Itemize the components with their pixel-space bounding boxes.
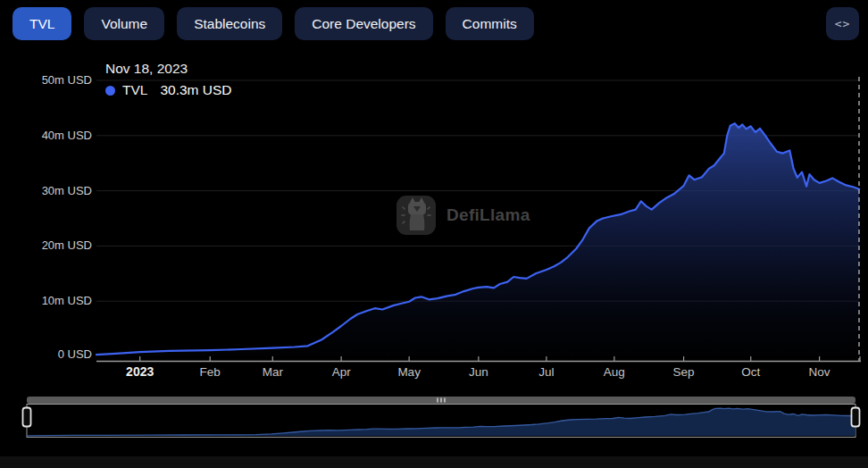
navigator-right-handle[interactable]	[852, 408, 860, 427]
x-tick-label: Apr	[332, 365, 352, 379]
tvl-area-fill	[96, 123, 859, 356]
series-value: 30.3m USD	[160, 82, 231, 98]
tooltip-date: Nov 18, 2023	[105, 61, 232, 77]
x-tick-label: Mar	[263, 365, 284, 379]
defillama-chart-panel: TVLVolumeStablecoinsCore DevelopersCommi…	[0, 0, 868, 468]
series-name: TVL	[122, 82, 147, 98]
chart-tooltip: Nov 18, 2023 TVL 30.3m USD	[105, 61, 232, 98]
navigator-left-handle[interactable]	[23, 408, 31, 427]
y-tick-label: 30m USD	[42, 184, 92, 197]
x-tick-label: Aug	[604, 365, 625, 379]
x-tick-label: Feb	[200, 365, 221, 379]
y-tick-label: 20m USD	[42, 238, 92, 252]
y-tick-label: 40m USD	[42, 129, 92, 142]
x-tick-label: 2023	[126, 364, 154, 379]
y-tick-label: 0 USD	[58, 347, 92, 361]
x-tick-label: Sep	[673, 365, 695, 379]
x-tick-label: Nov	[809, 365, 830, 379]
x-tick-label: May	[397, 365, 421, 379]
x-tick-label: Oct	[741, 365, 760, 379]
y-tick-label: 50m USD	[42, 73, 92, 87]
y-tick-label: 10m USD	[42, 294, 92, 307]
navigator-area-fill	[27, 408, 855, 436]
series-color-dot	[105, 86, 115, 96]
x-tick-label: Jun	[469, 365, 488, 379]
bottom-strip	[0, 456, 868, 468]
x-tick-label: Jul	[538, 365, 554, 379]
